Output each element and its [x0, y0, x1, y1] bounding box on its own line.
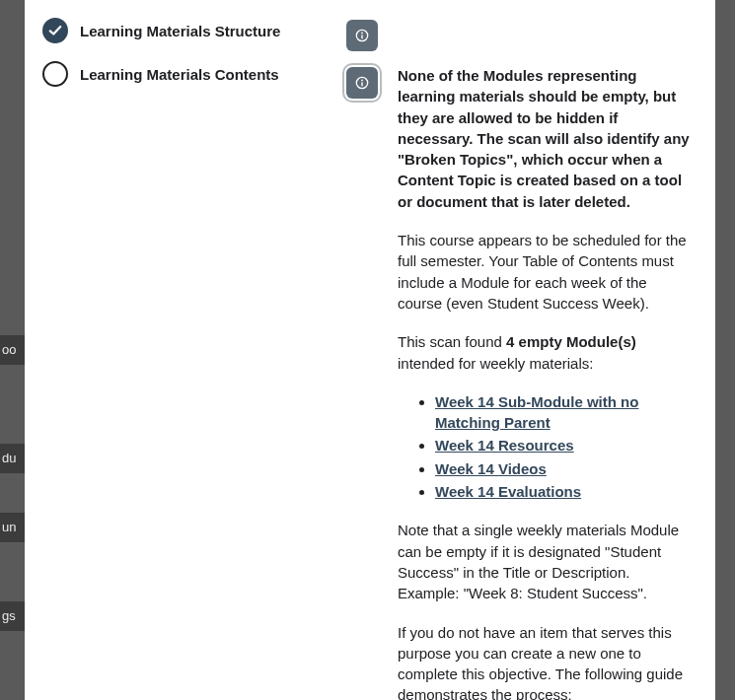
svg-point-1 [361, 33, 363, 35]
unchecked-icon [42, 61, 68, 87]
checklist-item-structure[interactable]: Learning Materials Structure [42, 18, 329, 43]
bg-fragment: un [0, 513, 25, 542]
svg-rect-2 [361, 35, 362, 38]
check-icon [42, 18, 68, 43]
info-button-contents[interactable] [346, 67, 378, 99]
scan-bold: 4 empty Module(s) [506, 333, 636, 350]
checklist-item-label: Learning Materials Contents [80, 66, 279, 83]
svg-point-4 [361, 80, 363, 82]
info-panel: None of the Modules representing learnin… [398, 18, 698, 700]
guide-intro: If you do not have an item that serves t… [398, 624, 683, 700]
bg-fragment: du [0, 444, 25, 473]
checklist-item-label: Learning Materials Structure [80, 23, 280, 39]
list-item: Week 14 Evaluations [435, 481, 692, 502]
info-button-structure[interactable] [346, 20, 378, 51]
info-scan-line: This scan found 4 empty Module(s) intend… [398, 331, 692, 374]
bg-fragment: oo [0, 335, 25, 365]
module-link[interactable]: Week 14 Sub-Module with no Matching Pare… [435, 393, 638, 431]
checklist-item-contents[interactable]: Learning Materials Contents [42, 61, 329, 87]
info-schedule-note: This course appears to be scheduled for … [398, 230, 692, 314]
list-item: Week 14 Videos [435, 458, 692, 479]
info-intro: None of the Modules representing learnin… [398, 65, 692, 212]
info-guide-block: If you do not have an item that serves t… [398, 622, 692, 700]
info-exception-note: Note that a single weekly materials Modu… [398, 520, 692, 603]
svg-rect-5 [361, 82, 362, 86]
info-button-column [346, 18, 380, 700]
module-link[interactable]: Week 14 Evaluations [435, 483, 581, 500]
bg-fragment: gs [0, 601, 25, 631]
module-link[interactable]: Week 14 Videos [435, 460, 547, 477]
empty-module-list: Week 14 Sub-Module with no Matching Pare… [398, 391, 692, 502]
module-link[interactable]: Week 14 Resources [435, 437, 574, 454]
list-item: Week 14 Resources [435, 435, 692, 455]
modal-panel: Learning Materials Structure Learning Ma… [25, 0, 715, 700]
scan-suffix: intended for weekly materials: [398, 355, 593, 372]
checklist: Learning Materials Structure Learning Ma… [42, 18, 329, 700]
scan-prefix: This scan found [398, 333, 506, 350]
list-item: Week 14 Sub-Module with no Matching Pare… [435, 391, 692, 434]
